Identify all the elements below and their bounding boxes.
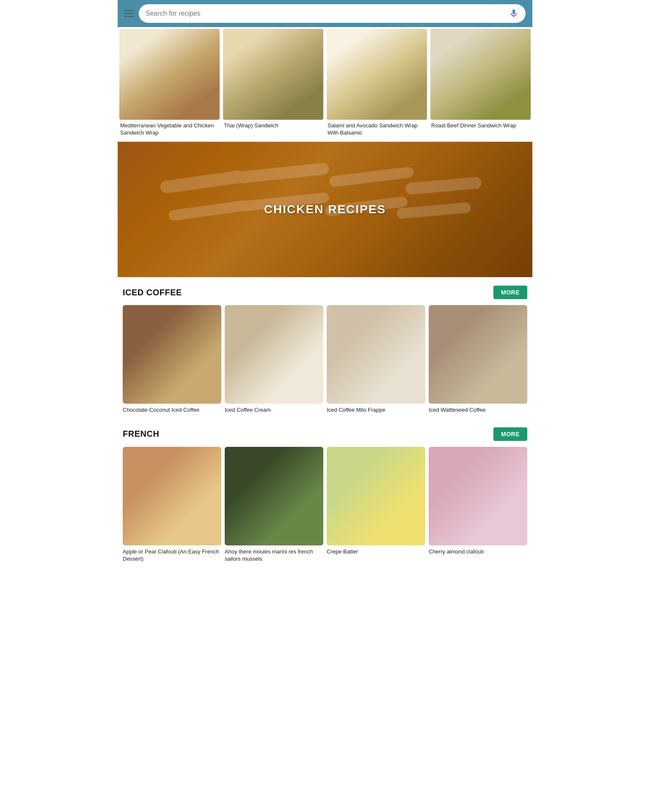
search-input[interactable] [146, 10, 505, 17]
recipe-card-thai[interactable]: Thai (Wrap) Sandwich [221, 27, 325, 142]
french-title: FRENCH [123, 429, 159, 439]
recipe-card-roast[interactable]: Roast Beef Dinner Sandwich Wrap [429, 27, 532, 142]
french-card-crepe[interactable]: Crepe Batter [327, 447, 425, 564]
banner-title: CHICKEN RECIPES [264, 203, 386, 216]
recipe-card-mediterranean[interactable]: Mediterranean Vegetable and Chicken Sand… [118, 27, 221, 142]
french-card-title-clafouti: Apple or Pear Clafouti (An Easy French D… [123, 548, 221, 564]
svg-rect-2 [329, 166, 414, 187]
french-header: FRENCH MORE [123, 427, 527, 441]
french-card-title-crepe: Crepe Batter [327, 548, 425, 557]
french-more-button[interactable]: MORE [493, 427, 527, 441]
iced-coffee-card-wattle[interactable]: Iced Wattleseed Coffee [429, 305, 527, 416]
french-card-moules[interactable]: Ahoy there moules marini res french sail… [225, 447, 323, 564]
iced-coffee-cards-grid: Chocolate-Coconut Iced Coffee Iced Coffe… [123, 305, 527, 416]
app-header [118, 0, 532, 27]
french-card-cherry[interactable]: Cherry almond clafouti [429, 447, 527, 564]
recipe-card-salami[interactable]: Salami and Avocado Sandwich Wrap With Ba… [325, 27, 429, 142]
svg-rect-7 [397, 202, 471, 219]
french-card-clafouti[interactable]: Apple or Pear Clafouti (An Easy French D… [123, 447, 221, 564]
iced-coffee-card-milo[interactable]: Iced Coffee Milo Frappe [327, 305, 425, 416]
iced-coffee-card-title-choc: Chocolate-Coconut Iced Coffee [123, 406, 221, 416]
mic-icon[interactable] [509, 8, 519, 19]
iced-coffee-more-button[interactable]: MORE [493, 286, 527, 299]
recipe-card-title-mediterranean: Mediterranean Vegetable and Chicken Sand… [119, 122, 220, 140]
svg-rect-0 [160, 170, 245, 194]
search-bar-container [139, 4, 526, 23]
hamburger-menu-icon[interactable] [124, 10, 134, 17]
iced-coffee-title: ICED COFFEE [123, 288, 182, 297]
iced-coffee-section: ICED COFFEE MORE Chocolate-Coconut Iced … [118, 277, 532, 419]
iced-coffee-card-title-wattle: Iced Wattleseed Coffee [429, 406, 527, 416]
svg-rect-3 [405, 176, 482, 195]
french-cards-grid: Apple or Pear Clafouti (An Easy French D… [123, 447, 527, 564]
recipe-card-title-roast: Roast Beef Dinner Sandwich Wrap [430, 122, 531, 133]
french-section: FRENCH MORE Apple or Pear Clafouti (An E… [118, 419, 532, 568]
chicken-recipes-banner[interactable]: CHICKEN RECIPES [118, 142, 532, 277]
svg-rect-4 [168, 200, 249, 221]
french-card-title-cherry: Cherry almond clafouti [429, 548, 527, 557]
iced-coffee-card-title-cream: Iced Coffee Cream [225, 406, 323, 416]
iced-coffee-card-choc[interactable]: Chocolate-Coconut Iced Coffee [123, 305, 221, 416]
recipe-card-title-thai: Thai (Wrap) Sandwich [223, 122, 323, 133]
wraps-cards-row: Mediterranean Vegetable and Chicken Sand… [118, 27, 532, 142]
iced-coffee-header: ICED COFFEE MORE [123, 286, 527, 299]
iced-coffee-card-title-milo: Iced Coffee Milo Frappe [327, 406, 425, 416]
french-card-title-moules: Ahoy there moules marini res french sail… [225, 548, 323, 564]
recipe-card-title-salami: Salami and Avocado Sandwich Wrap With Ba… [327, 122, 427, 140]
svg-rect-1 [236, 162, 330, 184]
iced-coffee-card-cream[interactable]: Iced Coffee Cream [225, 305, 323, 416]
